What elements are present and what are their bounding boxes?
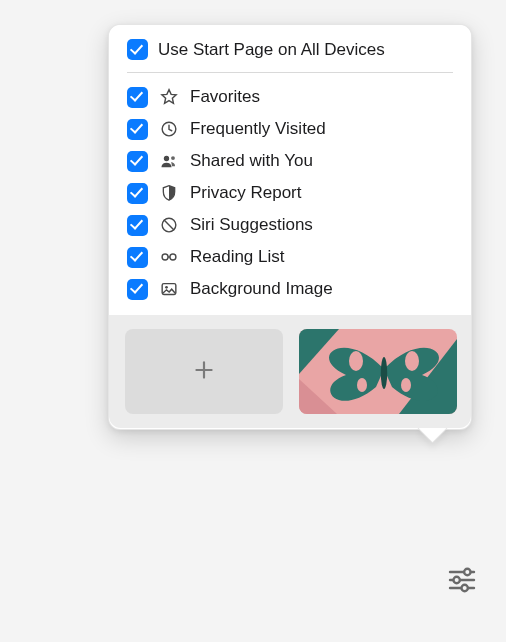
plus-icon	[191, 357, 217, 387]
checkbox-favorites[interactable]	[127, 87, 148, 108]
svg-point-1	[164, 156, 169, 161]
checkbox-privacy-report[interactable]	[127, 183, 148, 204]
svg-point-23	[453, 577, 459, 583]
svg-point-2	[171, 156, 175, 160]
shield-icon	[158, 182, 180, 204]
checkbox-use-all-devices[interactable]	[127, 39, 148, 60]
svg-line-4	[164, 220, 174, 230]
people-icon	[158, 150, 180, 172]
svg-point-18	[401, 378, 411, 392]
svg-point-16	[405, 351, 419, 371]
label-shared-with-you: Shared with You	[190, 151, 313, 171]
label-privacy-report: Privacy Report	[190, 183, 301, 203]
checkbox-reading-list[interactable]	[127, 247, 148, 268]
label-frequently-visited: Frequently Visited	[190, 119, 326, 139]
glasses-icon	[158, 246, 180, 268]
option-siri-suggestions[interactable]: Siri Suggestions	[127, 209, 453, 241]
photo-icon	[158, 278, 180, 300]
option-favorites[interactable]: Favorites	[127, 81, 453, 113]
checkbox-siri-suggestions[interactable]	[127, 215, 148, 236]
svg-point-5	[162, 254, 168, 260]
label-reading-list: Reading List	[190, 247, 285, 267]
checkbox-frequently-visited[interactable]	[127, 119, 148, 140]
divider	[127, 72, 453, 73]
option-background-image[interactable]: Background Image	[127, 273, 453, 305]
label-background-image: Background Image	[190, 279, 333, 299]
add-background-button[interactable]	[125, 329, 283, 414]
label-use-all-devices: Use Start Page on All Devices	[158, 40, 385, 60]
label-favorites: Favorites	[190, 87, 260, 107]
svg-point-25	[461, 585, 467, 591]
option-shared-with-you[interactable]: Shared with You	[127, 145, 453, 177]
svg-point-15	[349, 351, 363, 371]
clock-icon	[158, 118, 180, 140]
sliders-icon	[446, 564, 478, 600]
option-privacy-report[interactable]: Privacy Report	[127, 177, 453, 209]
siri-icon	[158, 214, 180, 236]
option-use-all-devices[interactable]: Use Start Page on All Devices	[127, 39, 453, 66]
start-page-settings-popover: Use Start Page on All Devices Favorites …	[108, 24, 472, 430]
svg-point-8	[165, 286, 168, 289]
checkbox-shared-with-you[interactable]	[127, 151, 148, 172]
svg-point-6	[170, 254, 176, 260]
star-outline-icon	[158, 86, 180, 108]
background-thumbnails	[109, 315, 471, 428]
customize-start-page-button[interactable]	[442, 562, 482, 602]
label-siri-suggestions: Siri Suggestions	[190, 215, 313, 235]
svg-point-21	[464, 569, 470, 575]
checkbox-background-image[interactable]	[127, 279, 148, 300]
svg-point-19	[381, 357, 387, 389]
svg-point-17	[357, 378, 367, 392]
option-frequently-visited[interactable]: Frequently Visited	[127, 113, 453, 145]
option-reading-list[interactable]: Reading List	[127, 241, 453, 273]
background-preset-butterfly[interactable]	[299, 329, 457, 414]
